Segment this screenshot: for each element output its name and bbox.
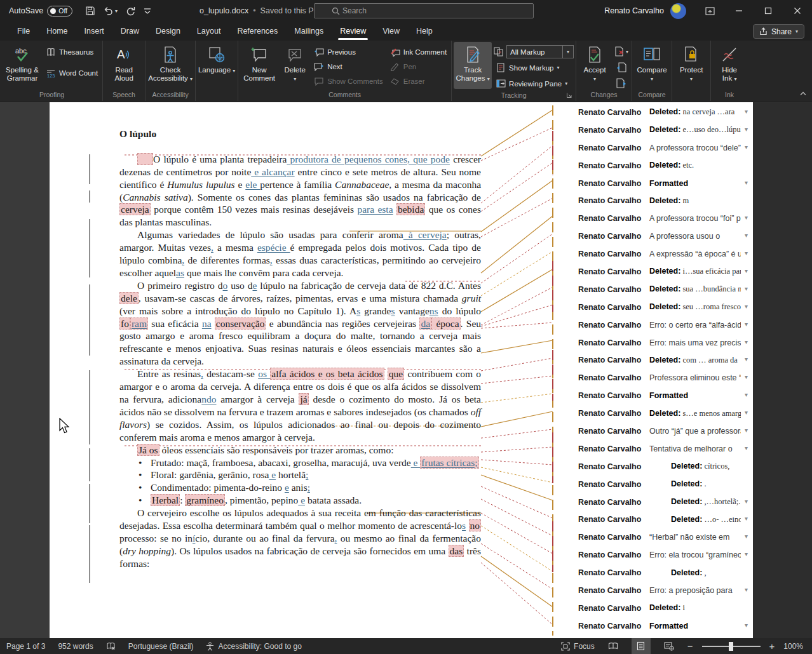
inserted-text[interactable]: para esta xyxy=(357,204,393,215)
deleted-text-highlight[interactable]: cerveja xyxy=(119,203,151,215)
revision-entry[interactable]: Renato CarvalhoErro: o certo era “alfa-á… xyxy=(578,316,753,334)
text-segment[interactable]: óleos essenciais são responsáveis por tr… xyxy=(159,444,394,455)
user-name[interactable]: Renato Carvalho xyxy=(604,6,664,15)
document-bullet[interactable]: Floral: gardênia, gerânio, rosa e hortel… xyxy=(119,469,481,481)
revision-entry[interactable]: Renato CarvalhoA professora usou o▾ xyxy=(578,227,753,245)
text-segment[interactable]: de diferentes formas xyxy=(184,255,270,265)
text-segment[interactable]: O primeiro registro d xyxy=(137,280,223,291)
tab-layout[interactable]: Layout xyxy=(189,22,229,41)
revision-entry[interactable]: Renato CarvalhoDeleted: , xyxy=(578,564,753,582)
text-segment[interactable]: Floral: gardênia, gerânio, rosa xyxy=(151,469,269,480)
revision-dropdown-icon[interactable]: ▾ xyxy=(745,304,748,310)
text-segment[interactable] xyxy=(384,368,388,379)
next-change-button[interactable] xyxy=(613,76,630,90)
revision-entry[interactable]: Renato CarvalhoA professora trocou “dele… xyxy=(578,139,753,157)
read-aloud-button[interactable]: A Read Aloud xyxy=(105,42,143,89)
revision-entry[interactable]: Renato CarvalhoFormatted▾ xyxy=(578,175,753,192)
search-input[interactable]: Search xyxy=(314,3,534,18)
revision-dropdown-icon[interactable]: ▾ xyxy=(745,551,748,557)
maximize-button[interactable] xyxy=(754,0,783,22)
revision-entry[interactable]: Renato CarvalhoDeleted: seu …roma fresco… xyxy=(578,298,753,316)
deleted-text-highlight[interactable]: ram xyxy=(130,317,148,330)
ribbon-display-options-icon[interactable] xyxy=(695,0,724,22)
document-para[interactable]: O primeiro registro do uso de lúpulo na … xyxy=(119,279,481,368)
revision-entry[interactable]: Renato CarvalhoDeleted: ,…hortelã;.▾ xyxy=(578,493,753,511)
deleted-text-highlight[interactable]: fo xyxy=(119,317,130,330)
revision-dropdown-icon[interactable]: ▾ xyxy=(745,445,748,451)
document-para[interactable]: Algumas variedades de lúpulo são usadas … xyxy=(119,229,481,279)
thesaurus-button[interactable]: Thesaurus xyxy=(43,44,100,59)
revision-dropdown-icon[interactable]: ▾ xyxy=(745,622,748,629)
document-text[interactable]: O lúpulo O lúpulo é uma planta trepadeir… xyxy=(119,128,481,570)
text-segment[interactable]: batata assada. xyxy=(305,495,362,505)
ink-comment-button[interactable]: Ink Comment xyxy=(388,44,449,59)
text-segment[interactable]: cio, durante ou ao final da fervura xyxy=(195,533,334,544)
collapse-ribbon-icon[interactable] xyxy=(799,88,807,99)
text-segment[interactable]: O cervejeiro escolhe os lúpulos adequado… xyxy=(119,507,481,531)
redo-icon[interactable] xyxy=(125,6,136,16)
deleted-text-highlight[interactable]: Herbal xyxy=(151,494,180,506)
text-segment[interactable]: ). Somente os cones das plantas feminina… xyxy=(188,192,481,203)
text-segment[interactable] xyxy=(466,520,468,531)
tab-file[interactable]: File xyxy=(9,22,38,41)
revision-dropdown-icon[interactable]: ▾ xyxy=(745,427,748,434)
zoom-out-button[interactable]: − xyxy=(687,641,693,651)
text-segment[interactable]: Algumas variedades de lúpulo são usadas … xyxy=(137,229,403,240)
deleted-text-highlight[interactable]: bebida xyxy=(396,203,425,215)
deleted-text-highlight[interactable]: das xyxy=(449,545,464,557)
document-bullet[interactable]: Condimentado: pimenta-do-reino e anis; xyxy=(119,481,481,494)
inserted-text[interactable]: ns xyxy=(430,305,438,316)
zoom-level[interactable]: 100% xyxy=(783,642,803,651)
revision-dropdown-icon[interactable]: ▾ xyxy=(745,587,748,593)
revision-dropdown-icon[interactable]: ▾ xyxy=(745,215,748,221)
document-para[interactable]: Já os óleos essenciais são responsáveis … xyxy=(119,444,481,457)
show-markup-button[interactable]: Show Markup ▾ xyxy=(494,60,574,75)
text-segment[interactable]: pertence à família xyxy=(260,179,335,190)
deleted-text-highlight[interactable]: já xyxy=(299,393,308,405)
text-segment[interactable]: a mesma xyxy=(213,242,257,253)
text-segment[interactable]: uso d xyxy=(227,280,252,291)
text-segment[interactable]: Cannabaceae xyxy=(335,179,389,190)
inserted-text[interactable]: ndo xyxy=(201,394,216,404)
revision-entry[interactable]: Renato CarvalhoA professora trocou “foi”… xyxy=(578,210,753,227)
revision-entry[interactable]: Renato CarvalhoDeleted: s…e menos amargo… xyxy=(578,404,753,422)
new-comment-button[interactable]: New Comment xyxy=(240,42,278,89)
revision-entry[interactable]: Renato CarvalhoTentativa de melhorar o▾ xyxy=(578,440,753,458)
undo-dropdown-icon[interactable]: ▾ xyxy=(115,8,118,14)
previous-comment-button[interactable]: Previous xyxy=(311,44,386,59)
revision-entry[interactable]: Renato CarvalhoDeleted: . xyxy=(578,476,753,493)
text-segment[interactable]: grande xyxy=(360,305,391,316)
tracking-dialog-launcher-icon[interactable] xyxy=(566,91,572,100)
tab-view[interactable]: View xyxy=(374,22,408,41)
compare-button[interactable]: Compare ▾ xyxy=(634,42,670,89)
revision-entry[interactable]: Renato CarvalhoErro: a preposição para▾ xyxy=(578,582,753,599)
avatar[interactable] xyxy=(670,3,686,19)
tab-references[interactable]: References xyxy=(229,22,286,41)
word-count-button[interactable]: 123 Word Count xyxy=(43,65,100,80)
proofing-errors-icon[interactable] xyxy=(106,642,116,651)
inserted-text[interactable]: ; xyxy=(308,482,310,493)
revision-dropdown-icon[interactable]: ▾ xyxy=(745,321,748,328)
inserted-text[interactable]: e xyxy=(269,469,276,480)
revision-dropdown-icon[interactable]: ▾ xyxy=(745,144,748,150)
deleted-text-highlight[interactable]: Já os xyxy=(137,444,159,456)
revision-entry[interactable]: Renato CarvalhoProfessora eliminou este … xyxy=(578,369,753,387)
language-indicator[interactable]: Portuguese (Brazil) xyxy=(128,642,194,651)
inserted-text[interactable]: produtora de pequenos cones, que pode xyxy=(287,154,450,164)
text-segment[interactable]: hortelã xyxy=(276,469,306,480)
revision-entry[interactable]: Renato CarvalhoDeleted: …o- …eino,…e▾ xyxy=(578,511,753,528)
display-for-review-combo[interactable]: All Markup ▾ xyxy=(494,44,574,59)
deleted-text-highlight[interactable]: época xyxy=(431,317,460,330)
revision-entry[interactable]: Renato CarvalhoErro: mais uma vez precis… xyxy=(578,334,753,352)
text-segment[interactable]: , pimentão, pepino xyxy=(225,495,298,505)
revision-entry[interactable]: Renato CarvalhoDeleted: com … aroma da▾ xyxy=(578,351,753,369)
revision-entry[interactable]: Renato CarvalhoDeleted: cítricos, xyxy=(578,458,753,476)
focus-button[interactable]: Focus xyxy=(561,642,595,651)
reject-change-button[interactable]: ▾ xyxy=(613,44,630,58)
revision-entry[interactable]: Renato CarvalhoDeleted: etc. xyxy=(578,157,753,175)
revision-entry[interactable]: Renato CarvalhoFormatted▾ xyxy=(578,387,753,404)
inserted-text[interactable]: na xyxy=(202,318,212,329)
accept-button[interactable]: Accept ▾ xyxy=(578,42,611,89)
text-segment[interactable]: amargor à cerveja xyxy=(217,394,299,404)
document-para[interactable]: Entre as resinas, destacam-se os alfa ác… xyxy=(119,368,481,443)
